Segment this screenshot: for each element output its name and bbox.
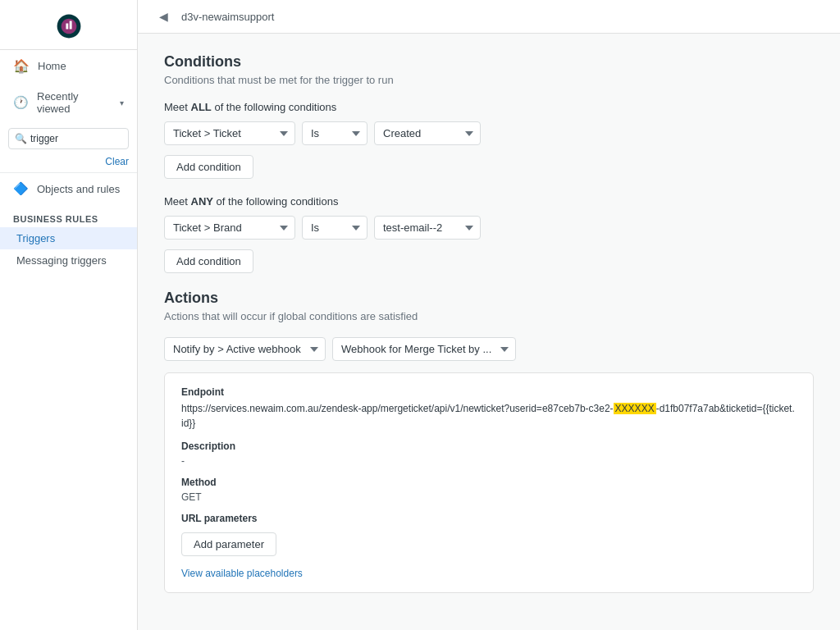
add-all-condition-button[interactable]: Add condition xyxy=(164,155,253,179)
all-operator-select[interactable]: Is xyxy=(302,121,368,145)
endpoint-url: https://services.newaim.com.au/zendesk-a… xyxy=(181,401,797,431)
clear-link[interactable]: Clear xyxy=(0,154,137,172)
clock-icon: 🕐 xyxy=(13,95,29,110)
sub-section-business-rules: Business rules Triggers Messaging trigge… xyxy=(0,204,137,275)
objects-rules-label: Objects and rules xyxy=(37,183,120,195)
method-label: Method xyxy=(181,477,797,488)
recently-viewed-label: Recently viewed xyxy=(37,90,112,115)
sidebar: 🏠 Home 🕐 Recently viewed ▾ 🔍 Clear 🔷 Obj… xyxy=(0,0,138,630)
business-rules-label: Business rules xyxy=(0,211,137,227)
messaging-triggers-label: Messaging triggers xyxy=(16,254,107,267)
search-wrapper: 🔍 xyxy=(0,123,137,154)
actions-title: Actions xyxy=(164,290,814,307)
method-value: GET xyxy=(181,491,797,503)
content-area: Conditions Conditions that must be met f… xyxy=(138,34,840,630)
conditions-subtitle: Conditions that must be met for the trig… xyxy=(164,74,814,86)
action-type-select[interactable]: Notify by > Active webhook xyxy=(164,337,326,361)
main-content: ◀ d3v-newaimsupport Conditions Condition… xyxy=(138,0,840,630)
logo xyxy=(0,0,137,50)
any-value-select[interactable]: test-email--2 xyxy=(374,216,481,240)
triggers-label: Triggers xyxy=(16,232,55,244)
recently-viewed-section: 🕐 Recently viewed ▾ 🔍 Clear xyxy=(0,82,137,172)
breadcrumb: d3v-newaimsupport xyxy=(181,11,274,23)
all-field-select[interactable]: Ticket > Ticket xyxy=(164,121,295,145)
sidebar-item-triggers[interactable]: Triggers xyxy=(0,227,137,249)
chevron-left-icon: ◀ xyxy=(159,10,168,23)
url-parameters-label: URL parameters xyxy=(181,513,797,524)
webhook-select[interactable]: Webhook for Merge Ticket by ... xyxy=(332,337,516,361)
conditions-section: Conditions Conditions that must be met f… xyxy=(164,53,814,273)
recently-viewed-toggle[interactable]: 🕐 Recently viewed ▾ xyxy=(0,82,137,123)
meet-any-group: Meet ANY of the following conditions Tic… xyxy=(164,195,814,273)
meet-all-group: Meet ALL of the following conditions Tic… xyxy=(164,101,814,179)
add-parameter-button[interactable]: Add parameter xyxy=(181,532,276,556)
home-icon: 🏠 xyxy=(13,58,30,74)
any-operator-select[interactable]: Is xyxy=(302,216,368,240)
any-condition-row: Ticket > Brand Is test-email--2 xyxy=(164,216,814,240)
conditions-title: Conditions xyxy=(164,53,814,71)
endpoint-card: Endpoint https://services.newaim.com.au/… xyxy=(164,372,814,593)
action-row: Notify by > Active webhook Webhook for M… xyxy=(164,337,814,361)
sidebar-item-objects-rules[interactable]: 🔷 Objects and rules xyxy=(0,172,137,204)
endpoint-url-part1: https://services.newaim.com.au/zendesk-a… xyxy=(181,403,614,414)
all-condition-row: Ticket > Ticket Is Created xyxy=(164,121,814,145)
actions-section: Actions Actions that will occur if globa… xyxy=(164,290,814,593)
objects-rules-icon: 🔷 xyxy=(13,181,29,196)
actions-subtitle: Actions that will occur if global condit… xyxy=(164,310,814,322)
add-any-condition-button[interactable]: Add condition xyxy=(164,249,253,273)
chevron-down-icon: ▾ xyxy=(120,98,124,107)
top-bar: ◀ d3v-newaimsupport xyxy=(138,0,840,34)
meet-any-title: Meet ANY of the following conditions xyxy=(164,195,814,208)
view-placeholders-link[interactable]: View available placeholders xyxy=(181,568,797,579)
description-value: - xyxy=(181,455,797,467)
sidebar-item-messaging-triggers[interactable]: Messaging triggers xyxy=(0,249,137,272)
search-icon: 🔍 xyxy=(15,133,27,144)
any-field-select[interactable]: Ticket > Brand xyxy=(164,216,295,240)
endpoint-label: Endpoint xyxy=(181,386,797,398)
all-value-select[interactable]: Created xyxy=(374,121,481,145)
sidebar-item-home[interactable]: 🏠 Home xyxy=(0,50,137,82)
sidebar-home-label: Home xyxy=(38,60,66,72)
description-label: Description xyxy=(181,441,797,452)
endpoint-url-highlighted: XXXXXX xyxy=(614,403,656,414)
meet-all-title: Meet ALL of the following conditions xyxy=(164,101,814,113)
collapse-sidebar-button[interactable]: ◀ xyxy=(154,8,173,25)
